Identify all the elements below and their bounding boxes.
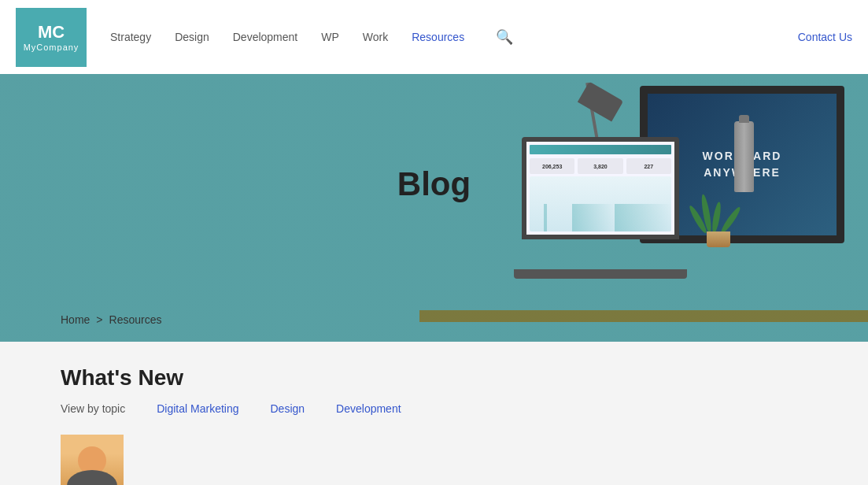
- hero-illustration: WORKHARDANYWHERE 206,253 3,820 227: [498, 90, 829, 334]
- leaf-2: [711, 202, 722, 234]
- laptop-screen-inner: 206,253 3,820 227: [526, 142, 674, 235]
- plant-leaves: [699, 170, 738, 233]
- laptop-body: [514, 269, 687, 279]
- laptop-topbar: [530, 145, 671, 154]
- laptop-chart: [530, 176, 671, 231]
- page-title: Blog: [397, 165, 471, 203]
- stat-1: 206,253: [530, 158, 574, 174]
- blog-post-1: Blog Post from Vanessa Peters December 2…: [61, 435, 807, 485]
- whats-new-title: What's New: [61, 365, 807, 391]
- topic-digital-marketing[interactable]: Digital Marketing: [157, 402, 238, 415]
- nav-wp[interactable]: WP: [321, 31, 339, 43]
- nav-design[interactable]: Design: [175, 31, 209, 43]
- topic-development[interactable]: Development: [336, 402, 401, 415]
- plant-pot: [707, 231, 730, 247]
- laptop-stats: 206,253 3,820 227: [530, 158, 671, 174]
- nav-strategy[interactable]: Strategy: [110, 31, 151, 43]
- breadcrumb-current: Resources: [109, 313, 162, 326]
- laptop-screen: 206,253 3,820 227: [522, 137, 679, 239]
- logo-company: MyCompany: [24, 43, 79, 52]
- nav-resources[interactable]: Resources: [412, 31, 464, 43]
- avatar-vanessa: [61, 435, 124, 485]
- contact-us-link[interactable]: Contact Us: [798, 31, 852, 43]
- content-section: What's New View by topic Digital Marketi…: [0, 342, 868, 485]
- stat-2: 3,820: [578, 158, 622, 174]
- nav-development[interactable]: Development: [233, 31, 298, 43]
- logo[interactable]: MC MyCompany: [16, 8, 87, 67]
- desk-surface: [419, 310, 868, 322]
- breadcrumb: Home > Resources: [61, 313, 161, 326]
- nav-work[interactable]: Work: [363, 31, 388, 43]
- logo-mc: MC: [38, 22, 65, 43]
- topic-filter: View by topic Digital Marketing Design D…: [61, 402, 807, 415]
- laptop: 206,253 3,820 227: [498, 137, 703, 279]
- stat-3: 227: [626, 158, 671, 174]
- topic-design[interactable]: Design: [271, 402, 305, 415]
- filter-label: View by topic: [61, 402, 125, 415]
- main-nav: Strategy Design Development WP Work Reso…: [110, 28, 798, 46]
- breadcrumb-separator: >: [96, 313, 102, 326]
- search-button[interactable]: 🔍: [496, 28, 513, 46]
- hero-section: WORKHARDANYWHERE 206,253 3,820 227: [0, 74, 868, 342]
- leaf-3: [719, 205, 742, 235]
- post-avatar-1: [61, 435, 124, 485]
- header: MC MyCompany Strategy Design Development…: [0, 0, 868, 74]
- lamp-head: [578, 82, 623, 122]
- breadcrumb-home[interactable]: Home: [61, 313, 90, 326]
- plant-icon: [695, 168, 742, 247]
